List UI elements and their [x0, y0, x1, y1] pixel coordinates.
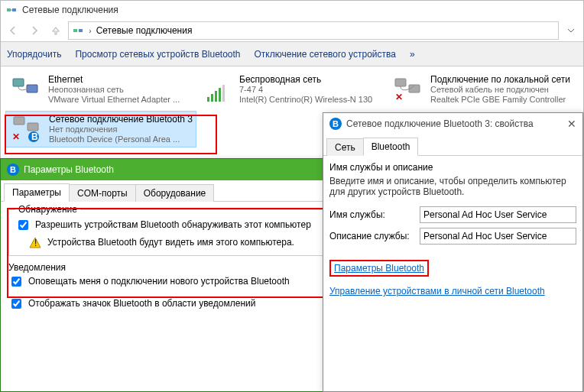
connection-status: 7-47 4 [239, 85, 372, 95]
dialog-title: Параметры Bluetooth [24, 164, 114, 175]
svg-rect-16 [28, 123, 38, 131]
warning-icon: ! [29, 237, 41, 249]
close-button[interactable]: ✕ [567, 118, 576, 130]
dropdown-button[interactable] [562, 21, 580, 40]
connection-device: Bluetooth Device (Personal Area ... [49, 134, 193, 144]
organize-menu[interactable]: Упорядочить [7, 49, 61, 60]
svg-rect-11 [222, 85, 225, 102]
service-desc-input[interactable] [420, 228, 576, 245]
svg-rect-5 [13, 79, 24, 86]
wifi-icon [200, 74, 233, 105]
manage-pan-link[interactable]: Управление устройствами в личной сети Bl… [329, 286, 545, 296]
service-name-input[interactable] [420, 206, 576, 223]
connection-item-selected[interactable]: B✕ Сетевое подключение Bluetooth 3 Нет п… [5, 111, 196, 147]
tab-content: Обнаружение Разрешить устройствам Blueto… [1, 202, 360, 325]
notify-new-checkbox[interactable] [11, 277, 21, 287]
bluetooth-settings-dialog: B Параметры Bluetooth ✕ Параметры COM-по… [0, 158, 361, 392]
notifications-group: Уведомления Оповещать меня о подключении… [8, 262, 352, 311]
properties-dialog: B Сетевое подключение Bluetooth 3: свойс… [323, 112, 583, 392]
dialog-title: Сетевое подключение Bluetooth 3: свойств… [346, 118, 534, 129]
service-desc-label: Описание службы: [329, 231, 414, 241]
discovery-group: Обнаружение Разрешить устройствам Blueto… [8, 209, 352, 256]
tab-com-ports[interactable]: COM-порты [69, 184, 136, 202]
connection-device: Intel(R) Centrino(R) Wireless-N 130 [239, 95, 372, 105]
back-button[interactable] [4, 21, 22, 40]
warning-text: Устройства Bluetooth будут видеть имя эт… [47, 237, 294, 248]
show-tray-checkbox[interactable] [11, 299, 21, 309]
address-bar[interactable]: › Сетевые подключения [68, 21, 559, 40]
dialog-header: B Параметры Bluetooth ✕ [1, 159, 360, 180]
breadcrumb[interactable]: Сетевые подключения [96, 25, 193, 36]
notify-new-label: Оповещать меня о подключении нового устр… [28, 276, 290, 287]
connection-item[interactable]: Ethernet Неопознанная сеть VMware Virtua… [5, 71, 196, 108]
up-button[interactable] [47, 21, 65, 40]
tab-network[interactable]: Сеть [326, 138, 364, 156]
group-title: Уведомления [8, 262, 352, 273]
connection-status: Сетевой кабель не подключен [430, 85, 570, 95]
bluetooth-net-icon: B✕ [9, 114, 43, 144]
bluetooth-icon: B [329, 118, 342, 130]
connection-item[interactable]: Беспроводная сеть 7-47 4 Intel(R) Centri… [196, 71, 388, 108]
lan-icon: ✕ [391, 74, 424, 105]
svg-rect-10 [219, 88, 221, 102]
svg-rect-4 [79, 29, 83, 32]
disable-device[interactable]: Отключение сетевого устройства [255, 49, 396, 60]
window-title: Сетевые подключения [22, 5, 118, 15]
navbar: › Сетевые подключения [1, 19, 583, 42]
network-icon [72, 24, 84, 37]
svg-rect-9 [215, 91, 217, 102]
chevron-icon: › [89, 26, 92, 35]
bluetooth-icon: B [7, 164, 19, 176]
connection-device: Realtek PCIe GBE Family Controller [430, 95, 570, 105]
bluetooth-params-link[interactable]: Параметры Bluetooth [334, 263, 424, 274]
svg-rect-8 [211, 94, 213, 102]
view-bt-devices[interactable]: Просмотр сетевых устройств Bluetooth [75, 49, 240, 60]
show-tray-label: Отображать значок Bluetooth в области ув… [28, 298, 255, 309]
ethernet-icon [8, 74, 42, 105]
svg-rect-15 [14, 117, 24, 125]
connection-name: Сетевое подключение Bluetooth 3 [49, 114, 193, 125]
connection-name: Подключение по локальной сети [430, 74, 570, 85]
svg-rect-0 [7, 8, 11, 11]
svg-text:✕: ✕ [12, 131, 20, 142]
tab-content: Имя службы и описание Введите имя и опис… [323, 156, 582, 303]
annotation-box: Параметры Bluetooth [329, 260, 429, 277]
svg-rect-1 [12, 8, 16, 11]
titlebar: Сетевые подключения [1, 1, 583, 19]
tab-bar: Параметры COM-порты Оборудование [1, 180, 360, 202]
svg-rect-7 [207, 97, 209, 102]
toolbar: Упорядочить Просмотр сетевых устройств B… [1, 42, 583, 66]
service-name-label: Имя службы: [329, 209, 414, 220]
connection-name: Ethernet [48, 74, 180, 85]
connection-device: VMware Virtual Ethernet Adapter ... [48, 95, 180, 105]
section-title: Имя службы и описание [329, 162, 576, 173]
tab-bar: Сеть Bluetooth [323, 134, 582, 156]
connection-status: Нет подключения [49, 125, 193, 134]
tab-parameters[interactable]: Параметры [4, 183, 70, 202]
tab-hardware[interactable]: Оборудование [135, 184, 215, 202]
connection-status: Неопознанная сеть [48, 85, 180, 95]
svg-text:B: B [31, 131, 38, 142]
svg-rect-3 [73, 29, 77, 32]
toolbar-overflow[interactable]: » [410, 49, 415, 60]
svg-text:!: ! [34, 238, 37, 248]
tab-bluetooth[interactable]: Bluetooth [363, 138, 419, 156]
section-description: Введите имя и описание, чтобы определить… [329, 176, 576, 197]
forward-button[interactable] [25, 21, 44, 40]
group-title: Обнаружение [15, 204, 80, 215]
connection-item[interactable]: ✕ Подключение по локальной сети Сетевой … [388, 71, 579, 108]
network-icon [5, 4, 18, 16]
dialog-header: B Сетевое подключение Bluetooth 3: свойс… [323, 113, 582, 134]
allow-discovery-checkbox[interactable] [18, 220, 28, 230]
svg-text:✕: ✕ [395, 92, 403, 102]
svg-rect-12 [395, 79, 406, 86]
connection-name: Беспроводная сеть [239, 74, 372, 85]
allow-discovery-label: Разрешить устройствам Bluetooth обнаружи… [35, 219, 311, 230]
